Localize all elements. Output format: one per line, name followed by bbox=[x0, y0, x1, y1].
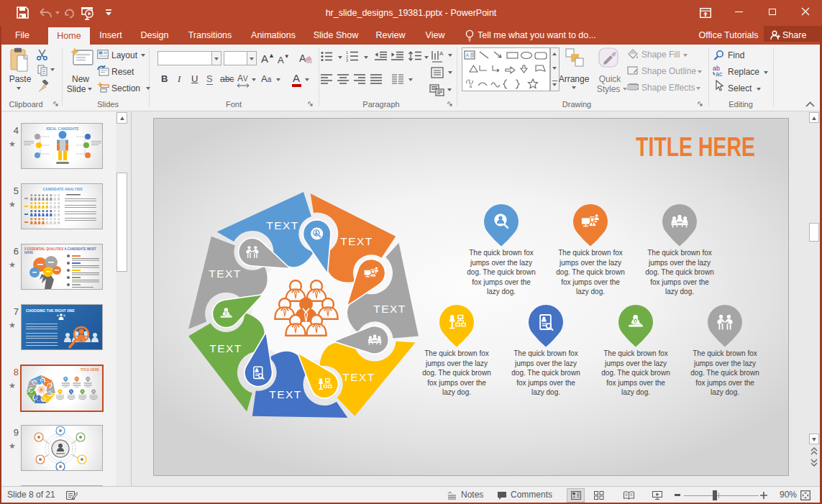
svg-text:TEXT: TEXT bbox=[342, 371, 375, 383]
svg-text:TEXT: TEXT bbox=[269, 388, 302, 400]
svg-text:TEXT: TEXT bbox=[37, 400, 41, 401]
svg-text:TEXT: TEXT bbox=[340, 235, 373, 247]
svg-text:TEXT: TEXT bbox=[45, 380, 50, 382]
svg-text:TEXT: TEXT bbox=[46, 398, 50, 399]
svg-text:TEXT: TEXT bbox=[50, 389, 54, 390]
svg-text:ac: ac bbox=[716, 70, 723, 77]
svg-text:A: A bbox=[466, 52, 470, 58]
svg-text:TEXT: TEXT bbox=[209, 267, 242, 280]
svg-text:TEXT: TEXT bbox=[29, 394, 34, 395]
svg-text:TEXT: TEXT bbox=[266, 219, 299, 232]
svg-text:TEXT: TEXT bbox=[209, 342, 242, 354]
svg-text:TEXT: TEXT bbox=[373, 303, 406, 315]
svg-text:TEXT: TEXT bbox=[36, 378, 40, 380]
svg-text:TEXT: TEXT bbox=[29, 385, 33, 386]
svg-text:A: A bbox=[439, 50, 444, 57]
svg-text:A: A bbox=[299, 52, 306, 64]
svg-text:3: 3 bbox=[346, 58, 348, 62]
